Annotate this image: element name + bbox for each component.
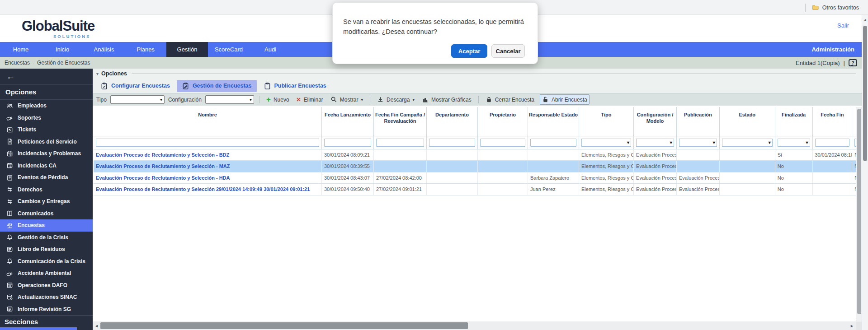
sidebar-item-libro-de-residuos[interactable]: Libro de Residuos — [0, 243, 93, 256]
col-header-fecha-lanzamiento[interactable]: Fecha Lanzamiento — [321, 107, 373, 136]
toolbar-divider — [478, 96, 479, 103]
mostrar-graficas-button[interactable]: Mostrar Gráficas — [420, 95, 473, 104]
table-row[interactable]: Evaluación Proceso de Reclutamiento y Se… — [94, 149, 857, 161]
survey-name-link[interactable]: Evaluación Proceso de Reclutamiento y Se… — [94, 184, 321, 195]
fecha-fin-filter-input[interactable] — [815, 139, 850, 147]
scrollbar-thumb[interactable] — [863, 26, 867, 161]
nombre-filter-input[interactable] — [96, 139, 319, 147]
nav-item-planes[interactable]: Planes — [125, 42, 166, 57]
col-header-propietario[interactable]: Propietario — [478, 107, 528, 136]
search-icon — [330, 96, 337, 103]
sidebar-item-eventos-de-perdida[interactable]: Eventos de Pérdida — [0, 172, 93, 184]
scrollbar-up-arrow[interactable]: ▲ — [862, 18, 868, 22]
sidebar-item-encuestas[interactable]: Encuestas — [0, 219, 93, 232]
configuracion-filter-select[interactable]: ▾ — [636, 139, 674, 147]
nav-item-gestion[interactable]: Gestión — [166, 42, 208, 57]
departamento-filter-input[interactable] — [429, 139, 475, 147]
chevron-down-icon: ▾ — [412, 98, 415, 102]
scroll-right-arrow[interactable]: ► — [848, 324, 856, 328]
sidebar-item-actualizaciones-sinac[interactable]: Actualizaciones SINAC — [0, 291, 93, 303]
logout-link[interactable]: Salir — [837, 22, 849, 29]
sidebar-item-informe-revision-sg[interactable]: Informe Revisión SG — [0, 303, 93, 316]
sidebar-item-gestion-de-la-crisis[interactable]: Gestión de la Crisis — [0, 232, 93, 244]
sidebar-sections-title[interactable]: Secciones — [0, 315, 93, 327]
chevron-down-icon: ▾ — [361, 98, 363, 102]
col-header-fecha-fin[interactable]: Fecha Fin — [812, 107, 852, 136]
configuracion-select[interactable]: ▾ — [205, 95, 254, 104]
browser-scrollbar[interactable]: ▲ — [862, 15, 868, 330]
table-header-row: Nombre Fecha Lanzamiento Fecha Fin Campa… — [94, 107, 857, 136]
sidebar-item-soportes[interactable]: Soportes — [0, 112, 93, 124]
accept-button[interactable]: Aceptar — [451, 44, 487, 58]
sidebar-item-comunicacion-de-la-crisis[interactable]: Comunicación de la Crisis — [0, 256, 93, 268]
sidebar-item-operaciones-dafo[interactable]: Operaciones DAFO — [0, 279, 93, 292]
table-hscroll-thumb[interactable] — [100, 322, 468, 329]
cerrar-encuesta-button[interactable]: Cerrar Encuesta — [484, 95, 536, 104]
collapse-caret-icon[interactable]: ▾ — [96, 71, 99, 76]
tab-publicar-encuestas[interactable]: Publicar Encuestas — [259, 80, 331, 92]
col-header-tipo[interactable]: Tipo — [579, 107, 633, 136]
book-icon — [6, 210, 13, 217]
sidebar-item-incidencias-y-problemas[interactable]: Incidencias y Problemas — [0, 148, 93, 160]
mostrar-button[interactable]: Mostrar ▾ — [329, 95, 365, 104]
col-header-estado[interactable]: Estado — [719, 107, 775, 136]
nav-item-administracion[interactable]: Administración — [804, 42, 862, 57]
col-header-departamento[interactable]: Departamento — [427, 107, 478, 136]
tipo-filter-select[interactable]: ▾ — [581, 139, 631, 147]
sidebar-item-accidente-ambiental[interactable]: Accidente Ambiental — [0, 267, 93, 279]
table-row-selected[interactable]: Evaluación Proceso de Reclutamiento y Se… — [94, 161, 857, 172]
nav-item-home[interactable]: Home — [0, 42, 42, 57]
tab-gestion-de-encuestas[interactable]: Gestión de Encuestas — [177, 80, 257, 92]
survey-name-link[interactable]: Evaluación Proceso de Reclutamiento y Se… — [94, 161, 321, 172]
nav-item-inicio[interactable]: Inicio — [42, 42, 83, 57]
surveys-table: Nombre Fecha Lanzamiento Fecha Fin Campa… — [94, 107, 857, 195]
survey-name-link[interactable]: Evaluación Proceso de Reclutamiento y Se… — [94, 149, 321, 161]
responsable-estado-filter-input[interactable] — [530, 139, 576, 147]
fecha-fin-campana-filter-input[interactable] — [376, 139, 424, 147]
document-lines-icon — [6, 306, 13, 312]
sidebar-item-comunicados[interactable]: Comunicados — [0, 208, 93, 220]
descarga-button[interactable]: Descarga ▾ — [375, 95, 416, 104]
col-header-fecha-fin-campana[interactable]: Fecha Fin Campaña / Reevaluación — [373, 107, 426, 136]
abrir-encuesta-button[interactable]: Abrir Encuesta — [540, 94, 590, 105]
finalizada-filter-select[interactable]: ▾ — [778, 139, 810, 147]
nav-item-analisis[interactable]: Análisis — [83, 42, 125, 57]
help-icon[interactable]: ? — [849, 59, 857, 66]
cancel-button[interactable]: Cancelar — [491, 44, 525, 58]
sidebar-item-tickets[interactable]: Tickets — [0, 124, 93, 136]
newspaper-icon — [6, 174, 13, 181]
nav-item-audit[interactable]: Audi — [250, 42, 291, 57]
col-header-publicacion[interactable]: Publicación — [676, 107, 719, 136]
propietario-filter-input[interactable] — [480, 139, 525, 147]
table-vertical-scrollbar[interactable] — [856, 107, 862, 321]
sidebar-item-incidencias-ca[interactable]: Incidencias CA — [0, 160, 93, 172]
tipo-select[interactable]: ▾ — [110, 95, 165, 104]
nuevo-button[interactable]: + Nuevo — [264, 95, 291, 104]
sidebar-item-derechos[interactable]: Derechos — [0, 184, 93, 196]
table-row[interactable]: Evaluación Proceso de Reclutamiento y Se… — [94, 184, 857, 195]
eliminar-button[interactable]: × Eliminar — [295, 95, 325, 104]
nav-item-scorecard[interactable]: ScoreCard — [208, 42, 250, 57]
survey-name-link[interactable]: Evaluación Proceso de Reclutamiento y Se… — [94, 172, 321, 184]
sidebar-collapse-button[interactable]: ← — [0, 69, 93, 85]
breadcrumb-root[interactable]: Encuestas — [5, 60, 30, 66]
table-row[interactable]: Evaluación Proceso de Reclutamiento y Se… — [94, 172, 857, 184]
estado-filter-select[interactable]: ▾ — [722, 139, 773, 147]
tab-configurar-encuestas[interactable]: Configurar Encuestas — [95, 80, 175, 92]
sidebar-selected-section-sliver — [0, 327, 77, 330]
ticket-icon — [6, 126, 13, 133]
other-favorites-label[interactable]: Otros favoritos — [822, 5, 859, 11]
col-header-responsable-estado[interactable]: Responsable Estado — [528, 107, 579, 136]
publicacion-filter-select[interactable]: ▾ — [679, 139, 717, 147]
sidebar-item-empleados[interactable]: Empleados — [0, 100, 93, 112]
fecha-lanzamiento-filter-input[interactable] — [324, 139, 371, 147]
col-header-nombre[interactable]: Nombre — [94, 107, 321, 136]
col-header-finalizada[interactable]: Finalizada — [775, 107, 812, 136]
col-header-configuracion-modelo[interactable]: Configuración / Modelo — [634, 107, 677, 136]
sidebar-item-peticiones-del-servicio[interactable]: Peticiones del Servicio — [0, 136, 93, 148]
bookmarks-divider — [805, 4, 806, 12]
scroll-left-arrow[interactable]: ◄ — [93, 324, 100, 328]
table-vscroll-thumb[interactable] — [857, 109, 861, 314]
table-horizontal-scrollbar[interactable]: ◄ ► — [93, 321, 856, 330]
sidebar-item-cambios-y-entregas[interactable]: Cambios y Entregas — [0, 195, 93, 208]
